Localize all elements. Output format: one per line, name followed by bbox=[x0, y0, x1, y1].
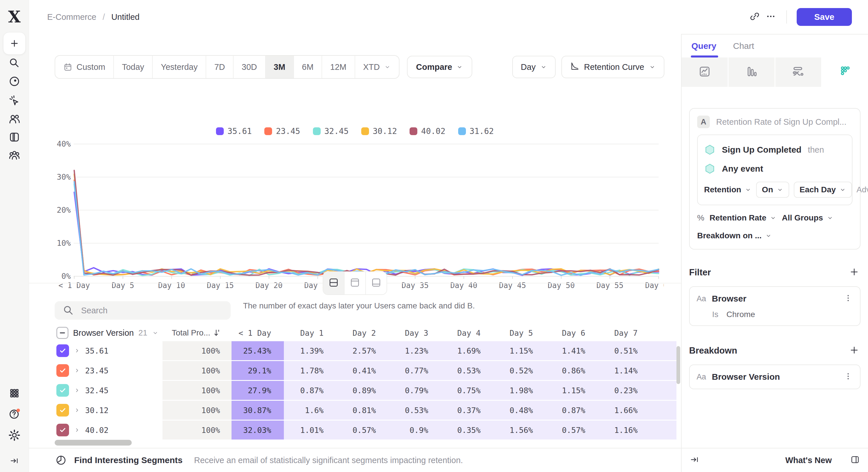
mixpanel-logo-icon[interactable]: X bbox=[8, 9, 21, 25]
filter-value[interactable]: Chrome bbox=[726, 310, 755, 319]
help-icon[interactable] bbox=[8, 407, 21, 420]
save-button[interactable]: Save bbox=[797, 8, 852, 26]
table-row[interactable]: 30.12 100%30.87%1.6%0.81%0.53%0.37%0.48%… bbox=[55, 401, 677, 420]
retention-on-dropdown[interactable]: On bbox=[756, 182, 789, 198]
row-checkbox[interactable] bbox=[56, 404, 69, 416]
search-input[interactable] bbox=[81, 306, 223, 316]
create-report-button[interactable] bbox=[3, 32, 26, 55]
range-yesterday[interactable]: Yesterday bbox=[153, 56, 206, 78]
breadcrumb-project[interactable]: E-Commerce bbox=[47, 12, 96, 22]
more-options-button[interactable] bbox=[763, 9, 779, 25]
chart-type-dropdown[interactable]: Retention Curve bbox=[561, 56, 664, 78]
breadcrumb-report-title[interactable]: Untitled bbox=[111, 12, 140, 22]
legend-item[interactable]: 40.02 bbox=[409, 127, 445, 136]
toggle-panel-button[interactable] bbox=[850, 455, 860, 466]
row-checkbox[interactable] bbox=[56, 364, 69, 377]
add-filter-button[interactable] bbox=[848, 266, 861, 279]
legend-item[interactable]: 30.12 bbox=[361, 127, 397, 136]
expand-sidebar-icon[interactable] bbox=[9, 456, 19, 466]
row-checkbox[interactable] bbox=[56, 344, 69, 357]
find-segments-button[interactable]: Find Interesting Segments bbox=[74, 455, 183, 465]
table-vertical-scrollbar[interactable] bbox=[677, 346, 680, 384]
cell-value: 0.41% bbox=[336, 361, 389, 380]
collapse-panel-button[interactable] bbox=[690, 455, 700, 466]
cell-value: 0 bbox=[650, 341, 677, 360]
measure-dropdown[interactable]: Retention Rate bbox=[710, 213, 777, 223]
cell-value: 0.52% bbox=[493, 361, 546, 380]
filter-menu-button[interactable] bbox=[843, 293, 853, 304]
row-checkbox[interactable] bbox=[56, 384, 69, 397]
legend-item[interactable]: 35.61 bbox=[216, 127, 252, 136]
expand-row-icon[interactable] bbox=[74, 407, 80, 413]
legend-item[interactable]: 32.45 bbox=[313, 127, 348, 136]
range-today[interactable]: Today bbox=[114, 56, 153, 78]
column-header[interactable]: Day 7 bbox=[598, 329, 650, 337]
compare-button[interactable]: Compare bbox=[407, 56, 472, 78]
whats-new-link[interactable]: What's New bbox=[785, 456, 832, 465]
range-7d[interactable]: 7D bbox=[206, 56, 234, 78]
add-breakdown-button[interactable] bbox=[848, 344, 861, 357]
legend-item[interactable]: 23.45 bbox=[264, 127, 300, 136]
groups-dropdown[interactable]: All Groups bbox=[782, 213, 833, 223]
column-header[interactable]: Day 1 bbox=[284, 329, 336, 337]
table-row[interactable]: 35.61 100%25.43%1.39%2.57%1.23%1.69%1.15… bbox=[55, 341, 677, 360]
tab-funnels[interactable] bbox=[728, 58, 775, 87]
column-header[interactable]: Day 5 bbox=[493, 329, 546, 337]
tab-retention[interactable] bbox=[822, 58, 868, 87]
table-row[interactable]: 40.02 100%32.03%1.01%0.57%0.9%0.35%1.56%… bbox=[55, 420, 677, 440]
boards-nav-icon[interactable] bbox=[8, 131, 21, 143]
expand-row-icon[interactable] bbox=[74, 427, 80, 433]
range-6m[interactable]: 6M bbox=[294, 56, 322, 78]
column-header[interactable]: Day 6 bbox=[546, 329, 598, 337]
users-nav-icon[interactable] bbox=[8, 113, 21, 125]
legend-item[interactable]: 31.62 bbox=[458, 127, 494, 136]
range-custom[interactable]: Custom bbox=[55, 56, 114, 78]
layout-chart-only-button[interactable] bbox=[345, 272, 366, 294]
range-xtd[interactable]: XTD bbox=[355, 56, 399, 78]
table-row[interactable]: 32.45 100%27.9%0.87%0.89%0.79%0.75%1.98%… bbox=[55, 381, 677, 400]
cell-value: 0.81% bbox=[336, 401, 389, 420]
share-link-button[interactable] bbox=[747, 9, 763, 25]
range-12m[interactable]: 12M bbox=[322, 56, 355, 78]
layout-split-button[interactable] bbox=[323, 272, 345, 294]
row-checkbox[interactable] bbox=[56, 424, 69, 436]
tab-query[interactable]: Query bbox=[691, 34, 716, 58]
granularity-dropdown[interactable]: Day bbox=[512, 56, 556, 78]
apps-grid-icon[interactable] bbox=[8, 387, 21, 400]
group-column-header[interactable]: Browser Version bbox=[73, 328, 134, 338]
expand-row-icon[interactable] bbox=[74, 387, 80, 393]
query-event-step[interactable]: Sign Up Completedthen bbox=[704, 141, 845, 158]
retention-interval-dropdown[interactable]: Each Day bbox=[794, 182, 852, 198]
settings-gear-icon[interactable] bbox=[8, 429, 21, 441]
breakdown-property[interactable]: Browser Version bbox=[712, 372, 780, 382]
breakdown-on-dropdown[interactable]: Breakdown on ... bbox=[697, 231, 772, 240]
table-horizontal-scrollbar[interactable] bbox=[55, 440, 132, 445]
select-all-checkbox[interactable] bbox=[56, 327, 68, 339]
column-header[interactable]: Day 3 bbox=[389, 329, 441, 337]
filter-property[interactable]: Browser bbox=[712, 294, 746, 304]
layout-table-only-button[interactable] bbox=[366, 272, 386, 294]
retention-mode-dropdown[interactable]: Retention bbox=[704, 185, 751, 194]
discover-nav-icon[interactable] bbox=[8, 75, 21, 88]
expand-row-icon[interactable] bbox=[74, 368, 80, 373]
range-3m[interactable]: 3M bbox=[266, 56, 294, 78]
column-header[interactable]: Day 4 bbox=[441, 329, 493, 337]
filter-operator[interactable]: Is bbox=[712, 310, 718, 319]
column-header[interactable]: Day 2 bbox=[336, 329, 389, 337]
column-header-total[interactable]: Total Pro... bbox=[162, 328, 231, 337]
query-event-step[interactable]: Any event bbox=[704, 160, 845, 177]
tab-chart[interactable]: Chart bbox=[733, 34, 754, 58]
cohorts-nav-icon[interactable] bbox=[8, 149, 21, 162]
range-30d[interactable]: 30D bbox=[234, 56, 266, 78]
column-header[interactable]: < 1 Day bbox=[231, 329, 284, 337]
table-row[interactable]: 23.45 100%29.1%1.78%0.41%0.77%0.53%0.52%… bbox=[55, 361, 677, 380]
tab-insights[interactable] bbox=[682, 58, 727, 87]
expand-row-icon[interactable] bbox=[74, 348, 80, 353]
search-nav-icon[interactable] bbox=[8, 57, 21, 69]
breakdown-menu-button[interactable] bbox=[843, 371, 853, 382]
cell-value: 30.87% bbox=[231, 401, 284, 420]
tab-flows[interactable] bbox=[775, 58, 822, 87]
events-nav-icon[interactable] bbox=[8, 94, 21, 107]
cell-value: 0.35% bbox=[441, 420, 493, 440]
advanced-dropdown[interactable]: Adv... bbox=[857, 185, 868, 194]
